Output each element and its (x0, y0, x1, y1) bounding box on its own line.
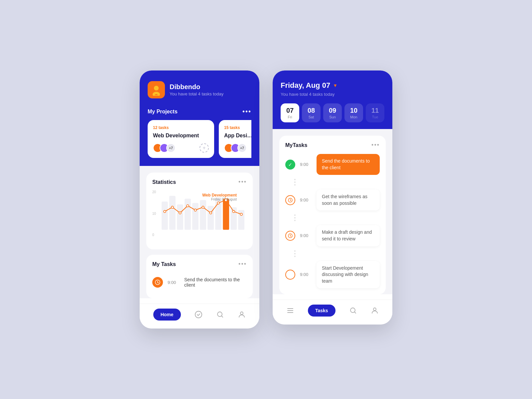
task-row-2[interactable]: 9:00 Get the wireframes as soon as possi… (285, 190, 380, 210)
mytasks-title: MyTasks (285, 142, 307, 148)
cal-day-09[interactable]: 09 Sun (323, 103, 342, 122)
date-row: Friday, Aug 07 ▼ (281, 81, 384, 90)
nav-list[interactable] (286, 307, 294, 315)
task-4-status (285, 270, 295, 280)
tooltip-title: Web Development (202, 193, 237, 198)
task-1-time: 9:00 (168, 280, 180, 285)
cal-day-10[interactable]: 10 Mon (344, 103, 363, 122)
task-list: ✓ 9:00 Send the documents to the client (285, 154, 380, 288)
nav-profile2[interactable] (371, 307, 379, 315)
task-row-1[interactable]: ✓ 9:00 Send the documents to the client (285, 154, 380, 175)
svg-rect-31 (287, 308, 293, 309)
svg-rect-7 (192, 203, 199, 230)
phone1-bottom-nav: Home (140, 304, 259, 329)
search-icon (216, 311, 224, 319)
cal-num-09: 09 (325, 107, 340, 114)
cal-num-07: 07 (283, 107, 297, 114)
task-1-icon (152, 277, 163, 288)
project-card-1[interactable]: 12 tasks Web Development +7 + (148, 120, 214, 158)
svg-point-18 (194, 209, 197, 211)
project-1-count: 12 tasks (153, 125, 209, 130)
projects-header: My Projects ••• (148, 108, 251, 115)
user-info: Dibbendo You have total 4 tasks today (148, 81, 251, 98)
check-icon (195, 311, 202, 319)
task-2-text: Get the wireframes as soon as possible (322, 194, 374, 206)
tasks-label[interactable]: Tasks (308, 305, 335, 317)
y-axis-labels: 0 10 20 (152, 190, 156, 237)
stats-menu[interactable]: ••• (238, 179, 247, 186)
project-2-title: App Desi… (224, 133, 251, 139)
nav-tasks[interactable]: Tasks (308, 305, 335, 317)
cal-num-10: 10 (346, 107, 361, 114)
task-1-text: Send the documents to the client (184, 277, 247, 288)
svg-rect-32 (287, 310, 293, 311)
user-name: Dibbendo (170, 83, 223, 91)
nav-home[interactable]: Home (153, 309, 181, 321)
task-item-1[interactable]: 9:00 Send the documents to the client (152, 272, 247, 292)
connector-3 (285, 250, 380, 257)
cal-day-07[interactable]: 07 Fri (281, 103, 299, 122)
nav-search[interactable] (216, 311, 224, 319)
task-2-status (285, 195, 295, 205)
y-label-10: 10 (152, 212, 156, 215)
svg-point-23 (232, 210, 235, 213)
date-title: Friday, Aug 07 (281, 81, 330, 90)
phone1-body: Statistics ••• 0 10 20 (140, 166, 259, 298)
date-dropdown-icon[interactable]: ▼ (333, 83, 337, 88)
connector-1 (285, 179, 380, 186)
projects-list: 12 tasks Web Development +7 + 15 tasks (148, 120, 251, 158)
task-row-4[interactable]: 9:00 Start Developement discussing with … (285, 261, 380, 289)
svg-rect-6 (185, 199, 191, 230)
task-1-text: Send the documents to the client (322, 158, 374, 171)
search-icon-2 (349, 307, 357, 315)
svg-point-2 (154, 86, 159, 90)
mytasks-card: MyTasks ••• ✓ 9:00 Send the documents to… (279, 136, 386, 294)
svg-point-28 (240, 312, 243, 315)
projects-menu[interactable]: ••• (242, 108, 251, 115)
add-member-button[interactable]: + (200, 143, 209, 153)
cal-name-09: Sun (325, 115, 340, 119)
project-2-avatars: +7 (224, 143, 251, 153)
svg-rect-5 (177, 204, 183, 230)
phone-2: Friday, Aug 07 ▼ You have total 4 tasks … (273, 70, 392, 325)
svg-point-1 (153, 92, 160, 96)
screens-container: Dibbendo You have total 4 tasks today My… (126, 51, 406, 348)
tasks-menu[interactable]: ••• (238, 261, 247, 268)
home-label[interactable]: Home (153, 309, 181, 321)
project-card-2[interactable]: 15 tasks App Desi… +7 (219, 120, 251, 158)
profile-icon-2 (371, 307, 379, 315)
cal-day-08[interactable]: 08 Sat (302, 103, 321, 122)
my-tasks-section: My Tasks ••• 9:00 Send the documents to … (146, 255, 253, 298)
tasks-title: My Tasks (152, 261, 176, 267)
user-subtitle: You have total 4 tasks today (170, 91, 223, 96)
avatar-count-2: +7 (237, 143, 247, 153)
phone2-body: MyTasks ••• ✓ 9:00 Send the documents to… (273, 129, 392, 294)
cal-name-10: Mon (346, 115, 361, 119)
svg-point-26 (195, 311, 202, 318)
svg-rect-9 (207, 206, 214, 230)
phone1-header: Dibbendo You have total 4 tasks today My… (140, 70, 259, 166)
svg-point-14 (164, 210, 166, 213)
project-1-title: Web Development (153, 133, 209, 139)
task-row-3[interactable]: 9:00 Make a draft design and send it to … (285, 225, 380, 246)
profile-icon (238, 311, 246, 319)
nav-profile[interactable] (238, 311, 246, 319)
cal-day-11[interactable]: 11 Tue (366, 103, 384, 122)
mytasks-menu[interactable]: ••• (371, 142, 380, 149)
statistics-section: Statistics ••• 0 10 20 (146, 173, 253, 249)
task-2-time: 9:00 (300, 198, 312, 202)
nav-check[interactable] (195, 311, 202, 319)
dashed-line-2 (295, 214, 295, 221)
project-1-footer: +7 + (153, 143, 209, 153)
nav-search2[interactable] (349, 307, 357, 315)
tasks-header: My Tasks ••• (152, 261, 247, 268)
connector-2 (285, 214, 380, 221)
task-4-text: Start Developement discussing with desig… (322, 265, 374, 285)
chart-area: 0 10 20 (152, 190, 247, 243)
svg-rect-33 (287, 312, 293, 313)
task-3-status (285, 231, 295, 241)
cal-num-08: 08 (304, 107, 319, 114)
mytasks-header: MyTasks ••• (285, 142, 380, 149)
phone2-header: Friday, Aug 07 ▼ You have total 4 tasks … (273, 70, 392, 129)
y-label-20: 20 (152, 190, 156, 194)
